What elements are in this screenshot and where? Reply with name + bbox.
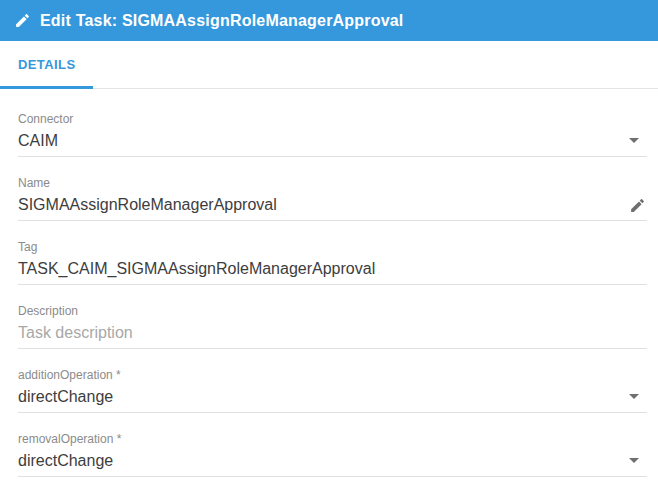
edit-task-dialog: Edit Task: SIGMAAssignRoleManagerApprova… [0,0,658,489]
chevron-down-icon [629,458,639,463]
description-label: Description [18,305,647,318]
name-label: Name [18,177,647,190]
addition-operation-label: additionOperation * [18,369,647,382]
field-name: Name [18,177,647,221]
tab-details-label: DETAILS [18,57,75,72]
chevron-down-icon [629,394,639,399]
removal-operation-label: removalOperation * [18,433,647,446]
addition-operation-value: directChange [18,388,113,405]
field-tag: Tag [18,241,647,285]
connector-label: Connector [18,113,647,126]
edit-name-button[interactable] [627,195,647,215]
field-connector: Connector CAIM [18,113,647,157]
tab-details[interactable]: DETAILS [0,41,93,88]
name-input[interactable] [18,195,621,214]
tag-field-line [18,259,647,285]
pencil-icon [629,197,646,214]
dialog-title: Edit Task: SIGMAAssignRoleManagerApprova… [40,12,404,30]
description-field-line [18,323,647,349]
addition-operation-select[interactable]: directChange [18,387,647,413]
tag-input[interactable] [18,259,621,278]
dialog-header: Edit Task: SIGMAAssignRoleManagerApprova… [0,0,658,41]
connector-select[interactable]: CAIM [18,131,647,157]
active-tab-indicator [0,86,93,89]
field-addition-operation: additionOperation * directChange [18,369,647,413]
connector-value: CAIM [18,132,58,149]
removal-operation-select[interactable]: directChange [18,451,647,477]
pencil-icon [14,12,31,29]
tab-bar: DETAILS [0,41,658,89]
chevron-down-icon [629,138,639,143]
details-form: Connector CAIM Name Tag [0,89,658,477]
field-description: Description [18,305,647,349]
field-removal-operation: removalOperation * directChange [18,433,647,477]
name-field-line [18,195,647,221]
description-input[interactable] [18,323,621,342]
tag-label: Tag [18,241,647,254]
removal-operation-value: directChange [18,452,113,469]
